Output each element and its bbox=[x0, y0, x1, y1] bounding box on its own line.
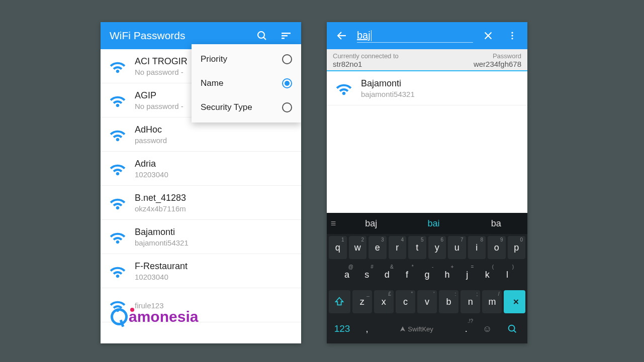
overflow-icon[interactable] bbox=[503, 27, 521, 45]
wifi-row[interactable]: Adria10203040 bbox=[101, 152, 301, 186]
key-f[interactable]: f* bbox=[398, 263, 416, 286]
search-key[interactable] bbox=[499, 317, 525, 340]
key-c[interactable]: c" bbox=[396, 290, 415, 313]
key-j[interactable]: j= bbox=[458, 263, 476, 286]
sort-icon[interactable] bbox=[277, 27, 295, 45]
wifi-sub: okz4x4b7116m bbox=[135, 204, 186, 213]
keyboard-row-4: 123 , SwiftKey ..!? ☺ bbox=[327, 315, 527, 343]
key-a[interactable]: a@ bbox=[338, 263, 356, 286]
suggestion-menu-icon[interactable]: ≡ bbox=[327, 218, 340, 229]
watermark-q-icon bbox=[111, 308, 128, 325]
suggestion-3[interactable]: ba bbox=[465, 218, 527, 229]
suggestion-bar: ≡ baj bai ba bbox=[327, 213, 527, 234]
key-t[interactable]: t5 bbox=[408, 236, 426, 259]
wifi-sub: 10203040 bbox=[135, 273, 188, 281]
wifi-sub: No password - bbox=[135, 68, 188, 76]
key-v[interactable]: v' bbox=[417, 290, 437, 313]
space-key[interactable]: SwiftKey bbox=[379, 317, 454, 340]
svg-rect-3 bbox=[282, 35, 288, 36]
password-label: Password bbox=[474, 52, 521, 60]
search-input[interactable]: baj bbox=[357, 29, 473, 43]
wifi-row-text: B.net_41283okz4x4b7116m bbox=[135, 193, 186, 213]
key-m[interactable]: m/ bbox=[482, 290, 502, 313]
result-text: Bajamonti bajamonti54321 bbox=[361, 78, 415, 98]
sort-option[interactable]: Name bbox=[192, 71, 301, 95]
key-x[interactable]: x£ bbox=[374, 290, 394, 313]
key-s[interactable]: s# bbox=[358, 263, 376, 286]
wifi-icon bbox=[108, 227, 128, 247]
wifi-row[interactable]: B.net_41283okz4x4b7116m bbox=[101, 186, 301, 220]
key-b[interactable]: b: bbox=[439, 290, 458, 313]
emoji-key[interactable]: ☺ bbox=[478, 317, 497, 340]
wifi-name: Adria bbox=[135, 159, 168, 169]
radio-icon bbox=[282, 54, 292, 64]
wifi-row-text: Adria10203040 bbox=[135, 159, 168, 179]
search-icon[interactable] bbox=[253, 27, 271, 45]
comma-key[interactable]: , bbox=[357, 317, 377, 340]
svg-point-10 bbox=[511, 38, 513, 39]
wifi-row[interactable]: Bajamontibajamonti54321 bbox=[101, 220, 301, 254]
wifi-name: Bajamonti bbox=[135, 227, 189, 237]
radio-icon bbox=[282, 102, 292, 112]
sort-option[interactable]: Security Type bbox=[192, 95, 301, 119]
svg-point-0 bbox=[258, 32, 264, 38]
watermark-logo: amonesia bbox=[111, 308, 198, 325]
wifi-icon bbox=[334, 78, 354, 98]
key-y[interactable]: y6 bbox=[428, 236, 446, 259]
back-icon[interactable] bbox=[333, 27, 351, 45]
key-q[interactable]: q1 bbox=[329, 236, 347, 259]
backspace-key[interactable] bbox=[504, 290, 525, 313]
wifi-name: ACI TROGIR bbox=[135, 56, 188, 67]
period-key[interactable]: ..!? bbox=[456, 317, 476, 340]
keyboard-row-2: a@s#d&f*g-h+j=k(l) bbox=[327, 261, 527, 288]
svg-point-8 bbox=[511, 32, 513, 34]
search-query-text: baj bbox=[357, 30, 371, 41]
wifi-row-text: AdHocpassword bbox=[135, 125, 167, 145]
wifi-sub: No password - bbox=[135, 102, 183, 110]
connected-pass-col: Password wer234fgh678 bbox=[474, 52, 521, 68]
key-e[interactable]: e3 bbox=[369, 236, 387, 259]
suggestion-1[interactable]: baj bbox=[340, 218, 402, 229]
shift-key[interactable] bbox=[329, 290, 350, 313]
result-name: Bajamonti bbox=[361, 78, 415, 89]
key-o[interactable]: o9 bbox=[488, 236, 506, 259]
connected-label: Currently connected to bbox=[333, 52, 399, 60]
wifi-sub: 10203040 bbox=[135, 170, 168, 179]
key-i[interactable]: i8 bbox=[468, 236, 486, 259]
appbar-search: baj bbox=[327, 22, 527, 49]
wifi-icon bbox=[108, 56, 128, 76]
numeric-key[interactable]: 123 bbox=[329, 317, 355, 340]
key-r[interactable]: r4 bbox=[389, 236, 407, 259]
key-h[interactable]: h+ bbox=[438, 263, 456, 286]
key-w[interactable]: w2 bbox=[349, 236, 367, 259]
key-k[interactable]: k( bbox=[478, 263, 496, 286]
connected-password: wer234fgh678 bbox=[474, 60, 521, 68]
wifi-name: B.net_41283 bbox=[135, 193, 186, 203]
wifi-row[interactable]: F-Restaurant10203040 bbox=[101, 254, 301, 288]
wifi-row[interactable]: AdHocpassword bbox=[101, 117, 301, 152]
key-z[interactable]: z_ bbox=[352, 290, 372, 313]
search-result-row[interactable]: Bajamonti bajamonti54321 bbox=[327, 71, 527, 105]
wifi-icon bbox=[108, 193, 128, 213]
space-label: SwiftKey bbox=[408, 325, 433, 333]
wifi-row-text: F-Restaurant10203040 bbox=[135, 261, 188, 281]
sort-option[interactable]: Priority bbox=[192, 47, 301, 71]
svg-line-14 bbox=[513, 330, 515, 332]
sort-option-label: Name bbox=[201, 78, 223, 88]
key-u[interactable]: u7 bbox=[448, 236, 466, 259]
svg-point-9 bbox=[511, 35, 513, 36]
key-d[interactable]: d& bbox=[378, 263, 396, 286]
phone-screenshot-list: WiFi Passwords ACI TROGIRNo password - A… bbox=[101, 22, 301, 343]
wifi-row-text: ACI TROGIRNo password - bbox=[135, 56, 188, 76]
phone-screenshot-search: baj Currently connected to str82no1 Pass… bbox=[327, 22, 527, 343]
result-sub: bajamonti54321 bbox=[361, 90, 415, 98]
suggestion-2[interactable]: bai bbox=[402, 218, 465, 229]
keyboard-row-3: z_x£c"v'b:n;m/ bbox=[327, 288, 527, 315]
key-g[interactable]: g- bbox=[418, 263, 436, 286]
key-l[interactable]: l) bbox=[498, 263, 516, 286]
key-p[interactable]: p0 bbox=[508, 236, 526, 259]
sort-option-label: Security Type bbox=[201, 102, 252, 112]
connected-ssid-col: Currently connected to str82no1 bbox=[333, 52, 399, 68]
key-n[interactable]: n; bbox=[461, 290, 480, 313]
clear-icon[interactable] bbox=[479, 27, 497, 45]
